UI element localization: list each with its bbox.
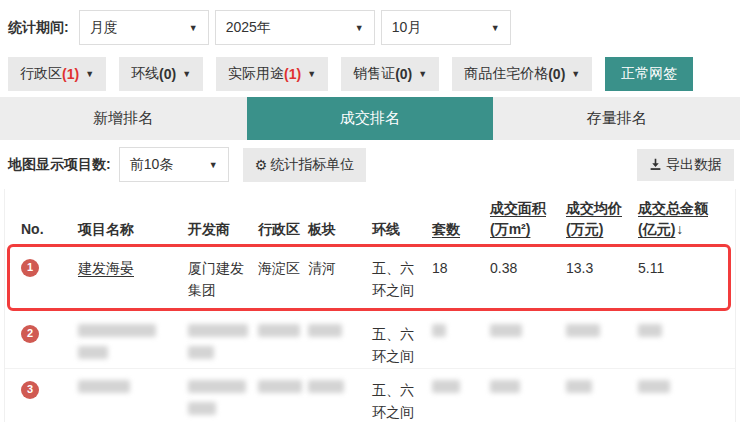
col-header-developer: 开发商: [188, 219, 258, 239]
col-header-district: 行政区: [258, 219, 308, 239]
period-month-select[interactable]: 10月 ▼: [381, 10, 511, 45]
filter-district-button[interactable]: 行政区(1) ▼: [8, 57, 106, 91]
sort-desc-icon: ↓: [676, 221, 683, 237]
col-header-no: No.: [21, 219, 78, 239]
filter-usage-button[interactable]: 实际用途(1) ▼: [216, 57, 328, 91]
period-year-select[interactable]: 2025年 ▼: [215, 10, 375, 45]
table-row[interactable]: 1 建发海晏 厦门建发集团 海淀区 清河 五、六环之间 18 0.38 13.3…: [5, 247, 735, 313]
ring-cell: 五、六环之间: [372, 258, 432, 301]
deal-area-cell: 0.38: [490, 258, 566, 280]
project-name-cell-redacted: [78, 380, 188, 402]
rank-badge: 3: [21, 381, 39, 399]
toolbar: 地图显示项目数: 前10条 ▼ ⚙ 统计指标单位 导出数据: [0, 140, 740, 189]
caret-down-icon: ▼: [209, 160, 218, 170]
download-icon: [649, 158, 662, 171]
map-count-select[interactable]: 前10条 ▼: [119, 147, 229, 182]
total-amount-cell: 5.11: [638, 258, 735, 280]
filter-label: 行政区: [20, 65, 62, 83]
units-cell-redacted: [432, 380, 490, 402]
filter-housing-price-button[interactable]: 商品住宅价格(0) ▼: [452, 57, 592, 91]
caret-down-icon: ▼: [189, 23, 198, 33]
block-cell-redacted: [308, 380, 372, 402]
avg-price-cell-redacted: [566, 380, 638, 402]
table-header-row: No. 项目名称 开发商 行政区 板块 环线 套数 成交面积 (万m²) 成交均…: [5, 189, 735, 247]
avg-price-cell-redacted: [566, 324, 638, 346]
tab-deal-ranking[interactable]: 成交排名: [247, 97, 494, 140]
col-header-project-name: 项目名称: [78, 219, 188, 239]
rank-badge: 2: [21, 325, 39, 343]
export-data-button[interactable]: 导出数据: [637, 149, 734, 181]
filter-count: (1): [62, 66, 79, 82]
filter-ring-button[interactable]: 环线(0) ▼: [119, 57, 203, 91]
units-cell-redacted: [432, 324, 490, 346]
total-amount-cell-redacted: [638, 380, 735, 402]
ring-cell: 五、六环之间: [372, 324, 432, 367]
total-amount-cell-redacted: [638, 324, 735, 346]
table-body: 1 建发海晏 厦门建发集团 海淀区 清河 五、六环之间 18 0.38 13.3…: [5, 247, 735, 422]
filter-row: 行政区(1) ▼ 环线(0) ▼ 实际用途(1) ▼ 销售证(0) ▼ 商品住宅…: [0, 45, 740, 91]
deal-area-cell-redacted: [490, 380, 566, 402]
filter-label: 环线: [131, 65, 159, 83]
district-cell-redacted: [258, 324, 308, 346]
filter-count: (0): [159, 66, 176, 82]
normal-sign-button[interactable]: 正常网签: [605, 57, 693, 91]
rank-badge: 1: [21, 259, 39, 277]
select-value: 月度: [90, 19, 118, 37]
filter-label: 销售证: [353, 65, 395, 83]
district-cell-redacted: [258, 380, 308, 402]
ranking-tabs: 新增排名 成交排名 存量排名: [0, 97, 740, 140]
filter-count: (0): [395, 66, 412, 82]
select-value: 2025年: [226, 19, 271, 37]
stat-unit-button[interactable]: ⚙ 统计指标单位: [243, 148, 367, 182]
table-row[interactable]: 2 五、六环之间: [5, 313, 735, 369]
tab-new-ranking[interactable]: 新增排名: [0, 97, 247, 140]
ranking-table: No. 项目名称 开发商 行政区 板块 环线 套数 成交面积 (万m²) 成交均…: [4, 189, 736, 422]
col-header-deal-area[interactable]: 成交面积 (万m²): [490, 198, 566, 239]
project-name-link[interactable]: 建发海晏: [78, 260, 134, 276]
avg-price-cell: 13.3: [566, 258, 638, 280]
caret-down-icon: ▼: [491, 23, 500, 33]
table-row[interactable]: 3 五、六环之间: [5, 369, 735, 422]
stat-unit-label: 统计指标单位: [270, 156, 354, 174]
col-header-block: 板块: [308, 219, 372, 239]
real-estate-ranking-panel: 统计期间: 月度 ▼ 2025年 ▼ 10月 ▼ 行政区(1) ▼ 环线(0) …: [0, 0, 740, 422]
ring-cell: 五、六环之间: [372, 380, 432, 422]
project-name-cell-redacted: [78, 324, 188, 368]
filter-count: (1): [284, 66, 301, 82]
col-header-total-amount[interactable]: 成交总金额 (亿元)↓: [638, 198, 735, 239]
select-value: 10月: [392, 19, 422, 37]
units-cell: 18: [432, 258, 490, 280]
caret-down-icon: ▼: [182, 69, 191, 79]
caret-down-icon: ▼: [355, 23, 364, 33]
developer-cell-redacted: [188, 380, 258, 422]
col-header-units[interactable]: 套数: [432, 219, 490, 239]
caret-down-icon: ▼: [85, 69, 94, 79]
caret-down-icon: ▼: [307, 69, 316, 79]
period-label: 统计期间:: [8, 19, 69, 37]
tab-inventory-ranking[interactable]: 存量排名: [493, 97, 740, 140]
district-cell: 海淀区: [258, 258, 308, 280]
period-granularity-select[interactable]: 月度 ▼: [79, 10, 209, 45]
block-cell-redacted: [308, 324, 372, 346]
caret-down-icon: ▼: [418, 69, 427, 79]
filter-label: 实际用途: [228, 65, 284, 83]
select-value: 前10条: [130, 156, 174, 174]
col-header-ring: 环线: [372, 219, 432, 239]
caret-down-icon: ▼: [571, 69, 580, 79]
filter-label: 商品住宅价格: [464, 65, 548, 83]
filter-sales-permit-button[interactable]: 销售证(0) ▼: [341, 57, 439, 91]
block-cell: 清河: [308, 258, 372, 280]
export-label: 导出数据: [666, 156, 722, 174]
period-row: 统计期间: 月度 ▼ 2025年 ▼ 10月 ▼: [0, 0, 740, 45]
filter-count: (0): [548, 66, 565, 82]
gear-icon: ⚙: [255, 157, 268, 173]
developer-cell: 厦门建发集团: [188, 258, 258, 301]
map-count-label: 地图显示项目数:: [8, 156, 111, 174]
deal-area-cell-redacted: [490, 324, 566, 346]
col-header-avg-price[interactable]: 成交均价 (万元): [566, 198, 638, 239]
developer-cell-redacted: [188, 324, 258, 368]
